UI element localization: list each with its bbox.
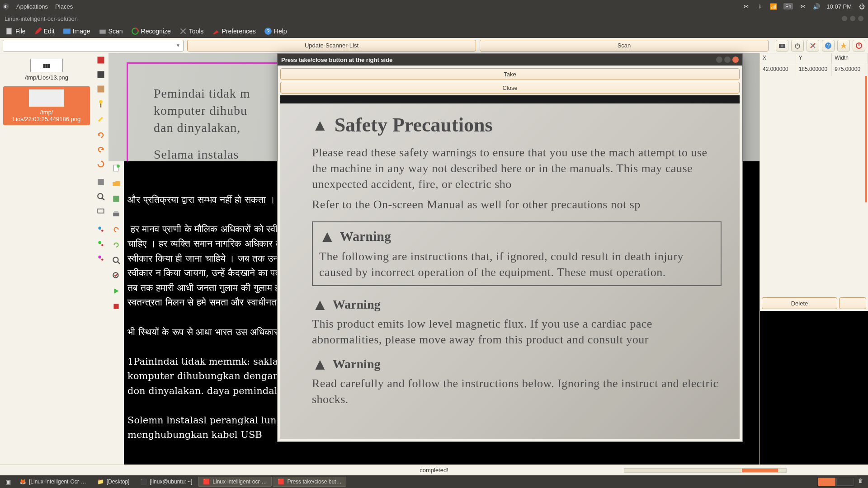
svg-point-22 (101, 244, 104, 246)
rotate-right-icon[interactable] (96, 130, 106, 140)
warning-triangle-icon: ▲ (312, 295, 328, 314)
show-desktop-icon[interactable]: ▣ (5, 478, 12, 485)
rotate-180-icon[interactable] (96, 159, 106, 169)
timer-icon[interactable] (791, 40, 804, 52)
menu-edit[interactable]: Edit (30, 26, 58, 37)
help-icon[interactable]: ? (822, 40, 835, 52)
take-button[interactable]: Take (280, 68, 740, 80)
tool-wand-icon[interactable] (96, 99, 106, 108)
svg-rect-14 (98, 86, 104, 93)
save-text-icon[interactable] (111, 194, 121, 204)
safety-p1: Please read these safety warnings to ens… (312, 145, 722, 192)
new-text-icon[interactable] (111, 163, 121, 173)
window-maximize-button[interactable] (850, 16, 855, 21)
mail-tray-icon[interactable]: ✉ (743, 3, 750, 10)
thumbnail-item[interactable]: ███ /tmp/Lios/13.png (3, 56, 90, 84)
scroll-indicator[interactable] (865, 76, 867, 202)
close-button[interactable]: Close (280, 82, 740, 94)
find-icon[interactable] (111, 255, 121, 265)
tool-grayscale-icon[interactable] (96, 70, 106, 80)
delete-extra-button[interactable] (839, 297, 866, 309)
window-minimize-button[interactable] (842, 16, 847, 21)
svg-point-23 (98, 255, 101, 258)
stop-tts-icon[interactable] (111, 301, 121, 311)
task-item[interactable]: 🟥Linux-intelligent-ocr-… (198, 477, 272, 487)
undo-icon[interactable] (111, 225, 121, 235)
workspace-switcher[interactable] (817, 477, 854, 487)
tool-brush-icon[interactable] (96, 113, 106, 123)
coord-row[interactable]: 42.000000 185.000000 975.00000 (760, 64, 868, 76)
tool-color-icon[interactable] (96, 84, 106, 94)
scan-button[interactable]: Scan (480, 40, 769, 52)
menu-recognize[interactable]: Recognize (127, 26, 175, 37)
svg-rect-27 (113, 196, 119, 202)
dialog-minimize-button[interactable] (716, 56, 722, 63)
warning3-p: Read carefully and follow the instructio… (312, 375, 722, 407)
task-item[interactable]: 📁[Desktop] (92, 477, 135, 487)
open-text-icon[interactable] (111, 178, 121, 188)
menu-file[interactable]: File (2, 26, 29, 37)
spellcheck-icon[interactable] (111, 271, 121, 281)
ocr-sel-icon[interactable] (96, 239, 106, 249)
delete-region-button[interactable]: Delete (762, 297, 837, 309)
workspace-1[interactable] (818, 478, 835, 486)
menu-applications[interactable]: Applications (16, 3, 48, 10)
bluetooth-icon[interactable]: ᚼ (756, 3, 764, 10)
app-menubar: File Edit Image Scan Recognize Tools Pre… (0, 24, 868, 38)
ocr-all-icon[interactable] (96, 224, 106, 234)
redo-icon[interactable] (111, 240, 121, 250)
star-icon[interactable] (837, 40, 850, 52)
right-preview-black (760, 311, 868, 474)
thumbnail-item[interactable]: /tmp/ Lios/22:03:25.449186.png (3, 86, 90, 125)
window-close-button[interactable] (858, 16, 863, 21)
play-tts-icon[interactable] (111, 286, 121, 296)
trash-icon[interactable]: 🗑 (858, 478, 866, 486)
task-item[interactable]: ⬛[linux@ubuntu: ~] (135, 477, 197, 487)
svg-rect-18 (98, 209, 104, 213)
fit-icon[interactable] (96, 206, 106, 216)
power-quit-icon[interactable] (853, 40, 865, 52)
ubuntu-logo-icon[interactable]: ◐ (3, 3, 9, 9)
status-text: completed! (420, 467, 448, 474)
dialog-maximize-button[interactable] (724, 56, 731, 63)
menu-image[interactable]: Image (59, 26, 94, 37)
coord-x-value: 42.000000 (760, 64, 796, 76)
keyboard-lang-indicator[interactable]: En (783, 3, 793, 9)
dialog-titlebar[interactable]: Press take/close button at the right sid… (278, 54, 742, 66)
task-item[interactable]: 🟥Press take/close but… (273, 477, 346, 487)
ocr-region-icon[interactable] (96, 253, 106, 263)
clock[interactable]: 10:07 PM (826, 3, 852, 10)
shutdown-icon[interactable]: ⏻ (858, 3, 865, 10)
zoom-icon[interactable] (96, 192, 106, 202)
print-icon[interactable] (111, 209, 121, 219)
thumbnail-preview (28, 89, 65, 107)
menu-scan[interactable]: Scan (95, 26, 127, 37)
update-scanner-list-button[interactable]: Update-Scanner-List (187, 40, 476, 52)
svg-point-31 (113, 272, 118, 277)
menu-preferences[interactable]: Preferences (208, 26, 259, 37)
wifi-icon[interactable]: 📶 (770, 3, 777, 10)
svg-point-17 (98, 193, 103, 198)
volume-icon[interactable]: 🔊 (813, 3, 820, 10)
workspace-2[interactable] (836, 478, 854, 486)
warning2-p: This product emits low level magnetic fl… (312, 316, 722, 347)
warning1-p: The following are instructions that, if … (319, 249, 714, 280)
warning1-h: Warning (340, 229, 391, 244)
menu-places[interactable]: Places (55, 3, 73, 10)
thumbnail-preview: ███ (30, 59, 63, 72)
svg-point-15 (99, 100, 103, 104)
dialog-close-button[interactable] (732, 56, 739, 63)
camera-icon[interactable] (776, 40, 788, 52)
menu-tools[interactable]: Tools (175, 26, 208, 37)
settings-icon[interactable] (807, 40, 819, 52)
messages-icon[interactable]: ✉ (799, 3, 807, 10)
save-icon[interactable] (96, 177, 106, 187)
svg-rect-32 (113, 304, 118, 309)
tool-crop-icon[interactable] (96, 55, 106, 65)
scanner-select[interactable]: ▼ (3, 40, 184, 52)
svg-point-30 (113, 257, 118, 262)
task-item[interactable]: 🦊[Linux-Intelligent-Ocr-… (14, 477, 91, 487)
coord-header-w: Width (832, 53, 868, 64)
menu-help[interactable]: ?Help (260, 26, 291, 37)
rotate-left-icon[interactable] (96, 145, 106, 155)
